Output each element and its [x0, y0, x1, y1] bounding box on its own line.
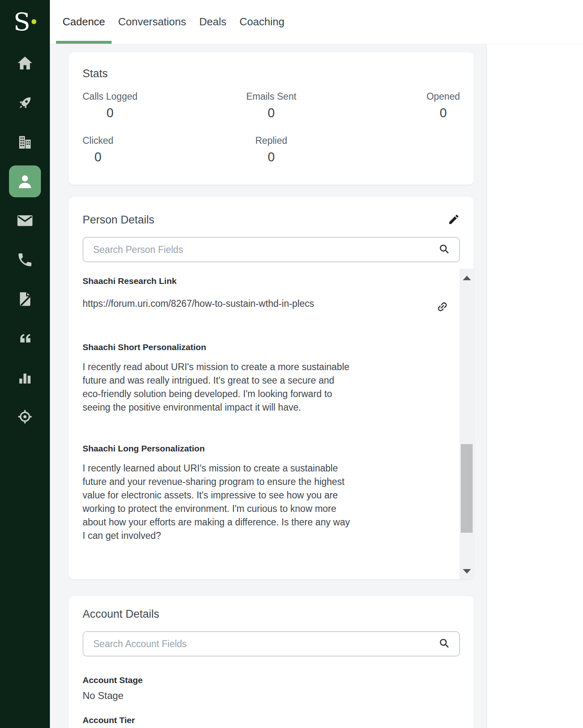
- right-empty-area: [487, 44, 583, 728]
- sidebar: S: [0, 0, 50, 728]
- rocket-icon: [16, 94, 34, 112]
- stat-value: 0: [268, 149, 275, 166]
- person-details-title: Person Details: [83, 211, 155, 229]
- person-icon: [16, 172, 34, 190]
- bar-chart-icon: [16, 369, 34, 386]
- field-value-link[interactable]: https://forum.uri.com/8267/how-to-sustai…: [83, 297, 314, 310]
- active-item-highlight: [9, 165, 41, 197]
- field-long-personalization: Shaachi Long Personalization I recently …: [83, 443, 448, 543]
- account-fields-search: [83, 631, 460, 657]
- stat-clicked: Clicked 0: [83, 135, 113, 166]
- pencil-icon: [448, 213, 460, 226]
- field-value: I recently learned about URI's mission t…: [83, 462, 448, 543]
- field-research-link: Shaachi Research Link https://forum.uri.…: [83, 275, 448, 313]
- nav-tabs: Cadence Conversations Deals Coaching: [56, 0, 291, 44]
- field-label: Account Stage: [83, 674, 460, 686]
- stat-value: 0: [268, 105, 275, 122]
- field-label: Shaachi Long Personalization: [83, 443, 448, 454]
- home-icon: [16, 55, 34, 72]
- person-fields-search-input[interactable]: [83, 237, 460, 262]
- field-value: I recently read about URI's mission to c…: [83, 360, 448, 414]
- tab-cadence[interactable]: Cadence: [56, 0, 112, 44]
- stat-label: Calls Logged: [83, 91, 137, 102]
- sidebar-item-snippets[interactable]: [0, 319, 50, 358]
- stat-value: 0: [94, 149, 101, 166]
- stat-calls-logged: Calls Logged 0: [83, 91, 137, 122]
- edit-person-fields-button[interactable]: [448, 213, 460, 226]
- top-navigation: Cadence Conversations Deals Coaching: [50, 0, 583, 44]
- account-details-title: Account Details: [83, 605, 460, 623]
- scroll-down-arrow-icon[interactable]: [463, 569, 471, 574]
- tab-conversations[interactable]: Conversations: [112, 0, 193, 44]
- field-account-stage: Account Stage No Stage: [83, 674, 460, 702]
- stat-label: Clicked: [83, 135, 113, 146]
- stat-replied: Replied 0: [255, 135, 287, 166]
- account-details-card: Account Details Account Stage No Stage A…: [69, 596, 474, 728]
- phone-icon: [16, 251, 34, 268]
- field-link-row: https://forum.uri.com/8267/how-to-sustai…: [83, 294, 448, 313]
- scrollbar-thumb[interactable]: [461, 444, 473, 533]
- logo-letter: S: [13, 10, 30, 34]
- field-label: Shaachi Short Personalization: [83, 342, 448, 353]
- target-icon: [16, 408, 34, 425]
- person-details-header: Person Details: [69, 197, 474, 229]
- sidebar-item-home[interactable]: [0, 44, 50, 83]
- person-fields-search: [83, 237, 460, 262]
- stat-label: Emails Sent: [246, 91, 296, 102]
- app-root: S: [0, 0, 583, 728]
- stats-card: Stats Calls Logged 0 Emails Sent 0 Opene…: [69, 52, 474, 185]
- mail-icon: [16, 212, 34, 229]
- field-label: Shaachi Research Link: [83, 275, 448, 286]
- stat-label: Opened: [426, 91, 460, 102]
- field-value: No Stage: [83, 689, 460, 702]
- account-fields-search-input[interactable]: [83, 631, 460, 657]
- field-short-personalization: Shaachi Short Personalization I recently…: [83, 342, 448, 414]
- logo-dot-icon: [31, 19, 36, 24]
- stat-opened: Opened 0: [426, 91, 460, 122]
- buildings-icon: [16, 134, 34, 151]
- stats-title: Stats: [83, 65, 460, 83]
- content-row: Stats Calls Logged 0 Emails Sent 0 Opene…: [50, 44, 583, 728]
- stat-label: Replied: [255, 135, 287, 146]
- stat-value: 0: [439, 105, 446, 122]
- sidebar-item-accounts[interactable]: [0, 123, 50, 162]
- sidebar-item-people[interactable]: [0, 162, 50, 201]
- person-fields-list: Shaachi Research Link https://forum.uri.…: [69, 269, 460, 543]
- tab-deals[interactable]: Deals: [193, 0, 233, 44]
- sidebar-item-notes[interactable]: [0, 279, 50, 319]
- person-fields-scroll-area: Shaachi Research Link https://forum.uri.…: [69, 269, 474, 579]
- field-label: Account Tier: [83, 715, 460, 726]
- person-details-card: Person Details Shaachi Research Link: [69, 197, 474, 579]
- sidebar-item-analytics[interactable]: [0, 358, 50, 397]
- scrollbar[interactable]: [460, 269, 474, 579]
- main-area: Cadence Conversations Deals Coaching Sta…: [50, 0, 583, 728]
- scroll-up-arrow-icon[interactable]: [463, 276, 471, 280]
- sidebar-item-calls[interactable]: [0, 240, 50, 279]
- quote-icon: [16, 330, 34, 347]
- tab-coaching[interactable]: Coaching: [233, 0, 291, 44]
- stat-emails-sent: Emails Sent 0: [246, 91, 296, 122]
- file-icon: [16, 290, 34, 308]
- sidebar-item-targets[interactable]: [0, 397, 50, 436]
- stat-value: 0: [107, 105, 114, 122]
- link-icon[interactable]: [436, 301, 448, 313]
- field-account-tier: Account Tier: [83, 715, 460, 726]
- stats-grid: Calls Logged 0 Emails Sent 0 Opened 0: [83, 91, 460, 166]
- sidebar-item-cadences[interactable]: [0, 83, 50, 123]
- content-panel: Stats Calls Logged 0 Emails Sent 0 Opene…: [50, 44, 487, 728]
- sidebar-item-email[interactable]: [0, 201, 50, 240]
- app-logo[interactable]: S: [0, 0, 50, 44]
